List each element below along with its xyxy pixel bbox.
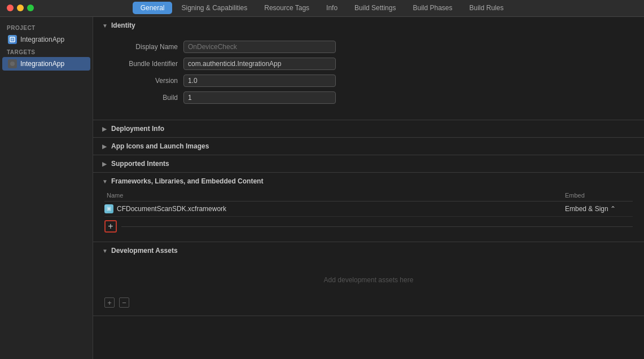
version-row: Version [104,75,633,87]
version-input[interactable] [183,75,336,87]
build-row: Build [104,91,633,104]
bundle-id-row: Bundle Identifier [104,58,633,70]
build-label: Build [104,94,178,102]
main-layout: PROJECT IntegrationApp TARGETS Integrati… [0,17,644,359]
display-name-label: Display Name [104,43,178,51]
display-name-row: Display Name [104,41,633,53]
identity-chevron: ▼ [102,23,108,29]
dev-assets-placeholder: Add development assets here [104,265,633,295]
tab-bar: General Signing & Capabilities Resource … [0,0,644,17]
app-icons-section: ▶ App Icons and Launch Images [93,138,644,155]
sidebar-item-project[interactable]: IntegrationApp [2,33,90,46]
dev-assets-header[interactable]: ▼ Development Assets [93,242,644,259]
targets-section-label: TARGETS [0,47,93,56]
app-icons-header[interactable]: ▶ App Icons and Launch Images [93,138,644,155]
supported-intents-label: Supported Intents [111,160,169,168]
dev-assets-remove-button[interactable]: − [119,297,129,308]
frameworks-label: Frameworks, Libraries, and Embedded Cont… [111,177,263,185]
framework-row-0: CFDocumentScanSDK.xcframework Embed & Si… [104,202,633,217]
framework-name-0: CFDocumentScanSDK.xcframework [117,205,565,213]
supported-intents-header[interactable]: ▶ Supported Intents [93,155,644,172]
bundle-id-input[interactable] [183,58,336,70]
close-button[interactable] [7,5,14,11]
identity-content: Display Name Bundle Identifier Version B… [93,34,644,120]
deployment-chevron: ▶ [102,126,108,132]
content-area: ▼ Identity Display Name Bundle Identifie… [93,17,644,359]
minimize-button[interactable] [17,5,24,11]
dev-assets-add-button[interactable]: + [104,297,115,308]
identity-section: ▼ Identity Display Name Bundle Identifie… [93,17,644,120]
svg-rect-3 [107,207,111,211]
target-item-label: IntegrationApp [20,60,64,68]
tab-info[interactable]: Info [318,2,345,14]
build-input[interactable] [183,91,336,104]
target-icon [8,59,17,68]
deployment-section: ▶ Deployment Info [93,120,644,138]
framework-icon-0 [104,204,113,213]
frameworks-content: Name Embed CFDocumentScanSDK.xcframework… [93,190,644,242]
dev-assets-content: Add development assets here + − [93,259,644,316]
maximize-button[interactable] [27,5,34,11]
dev-assets-chevron: ▼ [102,248,108,254]
bundle-id-label: Bundle Identifier [104,60,178,68]
supported-intents-chevron: ▶ [102,161,108,167]
tab-signing[interactable]: Signing & Capabilities [173,2,255,14]
app-icons-chevron: ▶ [102,143,108,150]
sidebar-item-target[interactable]: IntegrationApp [2,57,90,71]
project-section-label: PROJECT [0,23,93,32]
tab-build-phases[interactable]: Build Phases [405,2,460,14]
version-label: Version [104,77,178,85]
window-controls [7,5,34,11]
frameworks-add-button[interactable]: + [104,220,117,233]
tab-build-rules[interactable]: Build Rules [462,2,512,14]
col-name-header: Name [104,192,565,199]
display-name-input[interactable] [183,41,336,53]
tab-general[interactable]: General [133,2,173,14]
embed-select-0[interactable]: Embed & Sign ⌃ [565,205,633,213]
frameworks-add-line [121,226,633,227]
deployment-header[interactable]: ▶ Deployment Info [93,120,644,137]
identity-header[interactable]: ▼ Identity [93,17,644,34]
frameworks-header[interactable]: ▼ Frameworks, Libraries, and Embedded Co… [93,173,644,190]
supported-intents-section: ▶ Supported Intents [93,155,644,173]
frameworks-section: ▼ Frameworks, Libraries, and Embedded Co… [93,173,644,242]
project-icon [8,35,17,44]
col-embed-header: Embed [565,192,633,199]
frameworks-table-header: Name Embed [104,190,633,202]
dev-assets-section: ▼ Development Assets Add development ass… [93,242,644,316]
deployment-label: Deployment Info [111,125,164,133]
tab-resource-tags[interactable]: Resource Tags [256,2,317,14]
frameworks-chevron: ▼ [102,178,108,185]
dev-assets-label: Development Assets [111,247,178,255]
svg-rect-0 [10,37,15,42]
frameworks-add-remove-bar: + [104,217,633,236]
app-icons-label: App Icons and Launch Images [111,142,209,150]
sidebar: PROJECT IntegrationApp TARGETS Integrati… [0,17,93,359]
tabs-container: General Signing & Capabilities Resource … [127,0,517,17]
tab-build-settings[interactable]: Build Settings [347,2,404,14]
dev-assets-add-remove-bar: + − [104,295,633,310]
project-item-label: IntegrationApp [20,36,64,43]
identity-label: Identity [111,21,135,29]
